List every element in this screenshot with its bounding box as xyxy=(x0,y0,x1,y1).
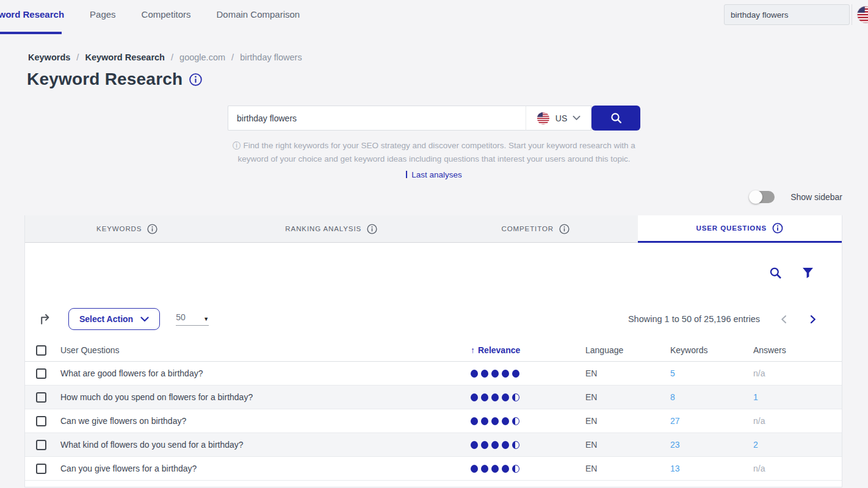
table-row: Can you give flowers for a birthday?EN13… xyxy=(25,457,842,481)
answers-value[interactable]: 2 xyxy=(753,440,842,450)
topbar-search-area xyxy=(724,4,868,25)
info-icon: ⓘ xyxy=(233,141,241,150)
dropdown-triangle-icon: ▼ xyxy=(203,316,209,322)
col-header-relevance[interactable]: ↑Relevance xyxy=(471,345,585,355)
keywords-count-link[interactable]: 8 xyxy=(670,392,753,402)
pagination-next-button[interactable] xyxy=(809,315,817,324)
page-size-select[interactable]: 50 ▼ xyxy=(176,312,209,326)
col-header-keywords[interactable]: Keywords xyxy=(670,345,753,355)
chevron-down-icon xyxy=(140,317,149,322)
filter-icon[interactable] xyxy=(802,267,814,279)
keywords-count-link[interactable]: 5 xyxy=(670,368,753,378)
last-analyses-row: Last analyses xyxy=(0,170,868,179)
topbar-search-input[interactable] xyxy=(724,4,850,25)
export-arrow-icon[interactable] xyxy=(38,312,52,326)
description-line-2: keyword of your choice and get keyword i… xyxy=(0,152,868,166)
tab-ranking-analysis-label: RANKING ANALYSIS xyxy=(285,225,361,232)
breadcrumb-keyword-research[interactable]: Keyword Research xyxy=(85,52,165,62)
question-text[interactable]: How much do you spend on flowers for a b… xyxy=(60,392,471,402)
show-sidebar-label: Show sidebar xyxy=(790,192,842,202)
breadcrumb-separator: / xyxy=(231,52,234,62)
keywords-count-link[interactable]: 23 xyxy=(670,440,753,450)
table-header: User Questions ↑Relevance Language Keywo… xyxy=(25,339,842,362)
relevance-dot-full xyxy=(471,393,478,401)
info-icon xyxy=(147,224,157,234)
relevance-dot-full xyxy=(471,370,478,378)
question-text[interactable]: Can you give flowers for a birthday? xyxy=(60,464,471,473)
sidebar-toggle-row: Show sidebar xyxy=(0,191,842,203)
language-value: EN xyxy=(585,368,670,378)
action-row: Select Action 50 ▼ Showing 1 to 50 of 25… xyxy=(25,307,842,331)
us-flag-icon[interactable] xyxy=(856,5,868,24)
col-header-answers[interactable]: Answers xyxy=(753,345,842,355)
search-description: ⓘFind the right keywords for your SEO st… xyxy=(0,139,868,166)
relevance-dot-full xyxy=(502,465,509,473)
select-action-button[interactable]: Select Action xyxy=(68,308,160,330)
col-header-user-questions[interactable]: User Questions xyxy=(60,345,471,355)
tab-ranking-analysis[interactable]: RANKING ANALYSIS xyxy=(230,215,434,243)
relevance-dot-full xyxy=(491,370,499,378)
table-tools-row xyxy=(25,265,842,281)
breadcrumb-query: birthday flowers xyxy=(240,52,302,62)
nav-item-domain-comparison[interactable]: Domain Comparison xyxy=(216,9,300,20)
relevance-dot-full xyxy=(491,393,499,401)
relevance-dot-full xyxy=(502,417,509,425)
tab-user-questions[interactable]: USER QUESTIONS xyxy=(638,215,842,243)
language-value: EN xyxy=(585,464,670,473)
tab-competitor-label: COMPETITOR xyxy=(502,225,554,232)
relevance-dot-full xyxy=(491,441,499,449)
tab-keywords-label: KEYWORDS xyxy=(96,225,142,232)
answers-value: n/a xyxy=(753,368,842,378)
select-all-checkbox[interactable] xyxy=(36,345,46,356)
info-icon[interactable] xyxy=(189,73,202,86)
tab-keywords[interactable]: KEYWORDS xyxy=(25,215,230,243)
magnifier-icon xyxy=(610,112,622,124)
relevance-dot-full xyxy=(502,370,509,378)
question-text[interactable]: What are good flowers for a birthday? xyxy=(60,368,471,378)
relevance-dot-full xyxy=(481,370,488,378)
breadcrumb-domain[interactable]: google.com xyxy=(179,52,225,62)
question-text[interactable]: Can we give flowers on birthday? xyxy=(60,416,471,426)
tab-competitor[interactable]: COMPETITOR xyxy=(433,215,638,243)
pagination-prev-button[interactable] xyxy=(779,315,788,324)
row-checkbox[interactable] xyxy=(36,440,46,450)
show-sidebar-toggle[interactable] xyxy=(750,191,775,203)
row-checkbox[interactable] xyxy=(36,368,46,379)
page-size-value: 50 xyxy=(176,312,186,322)
topbar-divider xyxy=(852,4,852,25)
question-text[interactable]: What kind of flowers do you send for a b… xyxy=(60,440,471,450)
breadcrumb: Keywords / Keyword Research / google.com… xyxy=(28,52,868,62)
search-button[interactable] xyxy=(591,106,640,131)
col-header-language[interactable]: Language xyxy=(585,345,670,355)
language-value: EN xyxy=(585,416,670,426)
nav-item-keyword-research[interactable]: Keyword Research xyxy=(0,9,64,20)
keywords-count-link[interactable]: 27 xyxy=(670,416,753,426)
relevance-dot-full xyxy=(491,417,499,425)
us-flag-icon xyxy=(537,112,550,125)
country-selector[interactable]: US xyxy=(526,106,591,131)
top-navigation-bar: Keyword Research Pages Competitors Domai… xyxy=(0,0,868,37)
row-checkbox[interactable] xyxy=(36,464,46,474)
country-code: US xyxy=(555,113,567,123)
language-value: EN xyxy=(585,392,670,402)
relevance-dot-full xyxy=(471,465,478,473)
relevance-dot-full xyxy=(491,465,499,473)
answers-value: n/a xyxy=(753,464,842,473)
last-analyses-link[interactable]: Last analyses xyxy=(411,170,462,179)
chevron-down-icon xyxy=(573,115,580,121)
breadcrumb-keywords[interactable]: Keywords xyxy=(28,52,70,62)
keyword-search-input[interactable] xyxy=(228,106,526,131)
nav-item-competitors[interactable]: Competitors xyxy=(142,9,191,20)
table-row: How much do you spend on flowers for a b… xyxy=(25,386,842,409)
row-checkbox[interactable] xyxy=(36,392,46,403)
relevance-dots xyxy=(471,417,585,425)
nav-item-pages[interactable]: Pages xyxy=(90,9,116,20)
keywords-count-link[interactable]: 13 xyxy=(670,464,753,473)
search-icon[interactable] xyxy=(769,267,782,279)
breadcrumb-separator: / xyxy=(76,52,79,62)
relevance-dot-full xyxy=(481,465,488,473)
answers-value[interactable]: 1 xyxy=(753,392,842,402)
chevron-right-icon xyxy=(809,315,817,324)
row-checkbox[interactable] xyxy=(36,416,46,426)
active-nav-underline xyxy=(0,32,62,34)
